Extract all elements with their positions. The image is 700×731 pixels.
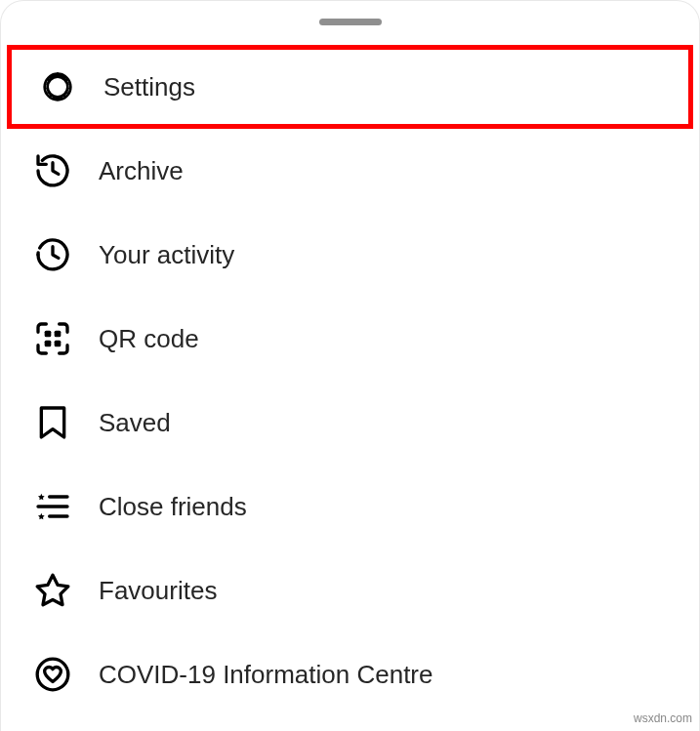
settings-gear-icon xyxy=(37,66,78,107)
menu-item-close-friends[interactable]: Close friends xyxy=(1,465,699,548)
qr-code-icon xyxy=(32,318,73,359)
watermark: wsxdn.com xyxy=(634,711,692,725)
menu-item-qr-code[interactable]: QR code xyxy=(1,297,699,381)
bottom-sheet: Settings Archive Your activity xyxy=(0,0,700,731)
menu-item-label: Close friends xyxy=(99,492,247,522)
activity-clock-icon xyxy=(32,234,73,275)
bookmark-icon xyxy=(32,402,73,443)
menu-item-favourites[interactable]: Favourites xyxy=(1,548,699,632)
menu-item-label: QR code xyxy=(99,324,199,354)
menu-item-saved[interactable]: Saved xyxy=(1,381,699,465)
menu-item-label: Settings xyxy=(103,72,195,102)
menu-item-label: COVID-19 Information Centre xyxy=(99,660,432,690)
svg-rect-4 xyxy=(45,341,52,347)
menu-item-label: Your activity xyxy=(99,240,234,270)
menu-item-label: Saved xyxy=(99,408,171,438)
svg-point-13 xyxy=(37,659,68,690)
svg-rect-2 xyxy=(45,331,52,338)
svg-marker-12 xyxy=(37,575,68,605)
star-icon xyxy=(32,570,73,611)
menu-item-archive[interactable]: Archive xyxy=(1,129,699,213)
svg-rect-5 xyxy=(55,341,62,347)
menu-item-settings[interactable]: Settings xyxy=(7,45,693,129)
drag-handle[interactable] xyxy=(319,19,382,25)
svg-marker-8 xyxy=(38,513,45,520)
close-friends-list-icon xyxy=(32,486,73,527)
svg-marker-6 xyxy=(41,408,63,437)
menu-item-label: Archive xyxy=(99,156,184,186)
archive-clock-icon xyxy=(32,150,73,191)
menu-item-covid-info[interactable]: COVID-19 Information Centre xyxy=(1,632,699,716)
menu-item-label: Favourites xyxy=(99,576,217,606)
svg-rect-3 xyxy=(55,331,62,338)
svg-point-1 xyxy=(48,77,68,98)
svg-marker-7 xyxy=(38,494,45,501)
heart-circle-icon xyxy=(32,654,73,695)
menu-item-your-activity[interactable]: Your activity xyxy=(1,213,699,297)
